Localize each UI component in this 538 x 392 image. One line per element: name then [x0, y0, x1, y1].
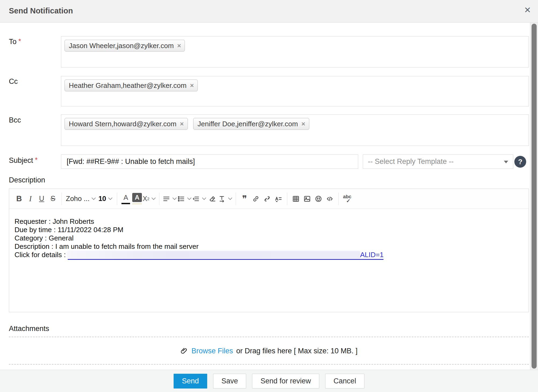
vertical-scrollbar[interactable]	[530, 23, 538, 370]
chevron-down-icon	[504, 161, 508, 163]
strikethrough-icon[interactable]: S	[47, 192, 59, 205]
cancel-button[interactable]: Cancel	[325, 374, 364, 389]
details-prefix: Click for details :	[15, 251, 68, 259]
toolbar-separator	[62, 193, 62, 205]
chevron-down-icon	[152, 196, 156, 200]
scrollbar-thumb[interactable]	[532, 24, 537, 369]
italic-icon[interactable]: I	[25, 192, 36, 205]
description-editor: B I U S Zoho ... 10 A A X2	[9, 189, 529, 312]
recipient-chip-text: Jason Wheeler,jason@zylker.com	[69, 42, 174, 50]
font-size-select[interactable]: 10	[97, 195, 114, 203]
details-link[interactable]: ALID=1	[68, 251, 383, 260]
chip-remove-icon[interactable]: ✕	[177, 43, 181, 49]
subject-input[interactable]	[61, 154, 358, 169]
chip-remove-icon[interactable]: ✕	[190, 82, 194, 89]
bold-icon[interactable]: B	[13, 192, 25, 205]
toolbar-separator	[117, 193, 117, 205]
send-button[interactable]: Send	[174, 374, 207, 389]
chip-remove-icon[interactable]: ✕	[301, 121, 306, 127]
drag-hint-text: or Drag files here [ Max size: 10 MB. ]	[236, 347, 358, 355]
to-field[interactable]: Jason Wheeler,jason@zylker.com ✕	[61, 36, 529, 67]
editor-line: Requester : John Roberts	[15, 217, 523, 226]
code-view-icon[interactable]	[324, 192, 335, 205]
toolbar-separator	[287, 193, 287, 205]
reply-template-value: -- Select Reply Template --	[368, 157, 454, 166]
save-button[interactable]: Save	[213, 374, 246, 389]
browse-files-link[interactable]: Browse Files	[191, 347, 233, 355]
recipient-chip: Heather Graham,heather@zylker.com ✕	[64, 80, 198, 91]
reply-template-select[interactable]: -- Select Reply Template --	[363, 154, 513, 169]
editor-line: Click for details : ALID=1	[15, 251, 523, 259]
recipient-chip-text: Heather Graham,heather@zylker.com	[69, 81, 186, 90]
attachments-label: Attachments	[9, 324, 49, 333]
paperclip-icon	[180, 347, 188, 355]
emoji-icon[interactable]	[313, 192, 324, 205]
required-asterisk: *	[35, 156, 38, 164]
recipient-chip: Jason Wheeler,jason@zylker.com ✕	[64, 40, 185, 52]
send-for-review-button[interactable]: Send for review	[252, 374, 319, 389]
indent-icon[interactable]	[192, 192, 207, 205]
superscript-icon[interactable]: X2	[143, 192, 156, 205]
redacted-link-text	[68, 251, 360, 258]
chevron-down-icon	[187, 196, 192, 200]
editor-line: Due by time : 11/11/2022 04:28 PM	[15, 226, 523, 234]
font-family-select[interactable]: Zoho ...	[65, 195, 97, 203]
text-align-icon[interactable]	[162, 192, 177, 205]
recipient-chip: Jeniffer Doe,jeniffer@zylker.com ✕	[193, 118, 309, 130]
recipient-chip-text: Jeniffer Doe,jeniffer@zylker.com	[198, 120, 298, 128]
font-color-icon[interactable]: A	[120, 192, 131, 205]
background-color-icon[interactable]: A	[131, 192, 143, 205]
insert-table-icon[interactable]	[290, 192, 302, 205]
attachments-divider	[9, 337, 529, 337]
description-label: Description	[9, 175, 45, 185]
insert-image-icon[interactable]	[302, 192, 313, 205]
toolbar-separator	[236, 193, 236, 205]
dialog-title: Send Notification	[9, 6, 73, 15]
attachments-divider	[9, 364, 529, 365]
spell-check-icon[interactable]: abc✓	[342, 192, 353, 205]
line-spacing-icon[interactable]	[273, 192, 284, 205]
help-icon[interactable]: ?	[514, 156, 526, 168]
editor-line: Category : General	[15, 234, 523, 242]
bcc-label: Bcc	[9, 116, 21, 125]
recipient-chip: Howard Stern,howard@zylker.com ✕	[64, 118, 188, 130]
insert-link-icon[interactable]	[250, 192, 261, 205]
recipient-chip-text: Howard Stern,howard@zylker.com	[69, 120, 177, 128]
remove-link-icon[interactable]	[261, 192, 273, 205]
cc-label: Cc	[9, 77, 18, 86]
text-direction-icon[interactable]	[218, 192, 233, 205]
cc-field[interactable]: Heather Graham,heather@zylker.com ✕	[61, 76, 529, 106]
editor-line: Description : I am unable to fetch mails…	[15, 242, 523, 251]
clear-format-icon[interactable]	[207, 192, 218, 205]
attachments-dropzone[interactable]: Browse Files or Drag files here [ Max si…	[9, 344, 529, 357]
blockquote-icon[interactable]: ❞	[239, 192, 250, 205]
chevron-down-icon	[173, 196, 177, 200]
editor-toolbar: B I U S Zoho ... 10 A A X2	[9, 189, 529, 209]
toolbar-separator	[338, 193, 339, 205]
bullet-list-icon[interactable]	[177, 192, 192, 205]
underline-icon[interactable]: U	[36, 192, 47, 205]
chevron-down-icon	[202, 196, 206, 200]
toolbar-separator	[159, 193, 159, 205]
send-notification-dialog: Send Notification ✕ To* Jason Wheeler,ja…	[0, 0, 538, 392]
dialog-header: Send Notification ✕	[0, 0, 538, 23]
editor-content[interactable]: Requester : John Roberts Due by time : 1…	[9, 209, 529, 312]
chip-remove-icon[interactable]: ✕	[180, 121, 184, 127]
chevron-down-icon	[92, 196, 96, 200]
close-icon[interactable]: ✕	[524, 6, 531, 14]
chevron-down-icon	[228, 196, 232, 200]
subject-label: Subject*	[9, 155, 38, 165]
chevron-down-icon	[108, 196, 113, 200]
required-asterisk: *	[19, 37, 21, 45]
details-link-visible-text: ALID=1	[360, 251, 383, 259]
dialog-footer: Send Save Send for review Cancel	[0, 370, 538, 392]
bcc-field[interactable]: Howard Stern,howard@zylker.com ✕ Jeniffe…	[61, 114, 529, 146]
to-label: To*	[9, 37, 21, 46]
